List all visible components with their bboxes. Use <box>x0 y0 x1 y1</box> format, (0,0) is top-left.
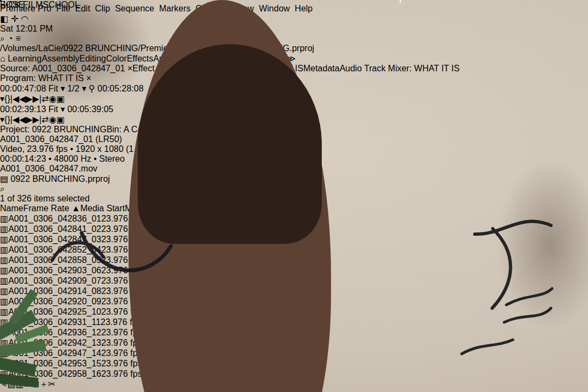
status-icon[interactable]: ◠ <box>21 14 29 24</box>
clip-icon: ▥ <box>0 245 8 254</box>
clip-name: A001_0306_042858_05 <box>8 255 101 265</box>
tab-program-monitor[interactable]: Program: WHAT IT IS × <box>0 74 91 83</box>
menu-markers[interactable]: Markers <box>159 4 191 14</box>
tab-source-a001-0306-042847-01[interactable]: Source: A001_0306_042847_01 × <box>0 64 132 74</box>
status-icon[interactable]: ✛ <box>11 14 18 24</box>
clip-name: A001_0306_042909_07 <box>8 276 101 285</box>
clip-icon: ▥ <box>0 255 8 265</box>
menu-help[interactable]: Help <box>295 4 313 14</box>
clip-name: A001_0306_042841_02 <box>8 224 101 234</box>
source-monitor-panel: 00:00:47:08 Fit ▾ 1/2 ▾ ⚲ 00:05:28:08 ▾{… <box>0 83 460 104</box>
transport-button[interactable]: ▶| <box>33 94 41 103</box>
transport-button[interactable]: ▶ <box>26 94 33 103</box>
transport-button[interactable]: ◉ <box>49 94 57 103</box>
program-duration: 00:05:39:05 <box>68 105 114 114</box>
clip-icon: ▥ <box>0 266 8 275</box>
menu-sequence[interactable]: Sequence <box>115 4 154 14</box>
workspace-tab-effects[interactable]: Effects <box>127 54 154 63</box>
status-icon[interactable]: ◔ <box>8 34 13 44</box>
menu-window[interactable]: Window <box>259 4 290 14</box>
transport-button[interactable]: ◀ <box>19 94 26 103</box>
transport-button[interactable]: ◀ <box>19 115 26 124</box>
transport-button[interactable]: ▶| <box>33 115 41 124</box>
menu-clip[interactable]: Clip <box>95 4 111 14</box>
clip-icon: ▥ <box>0 297 8 306</box>
transport-button[interactable]: ⇄ <box>41 94 48 103</box>
clip-name: A001_0306_042914_08 <box>8 286 101 296</box>
project-tab-project-0922-brunching[interactable]: Project: 0922 BRUNCHING <box>0 125 107 134</box>
source-scale-dropdown[interactable]: 1/2 ▾ <box>68 84 87 93</box>
clip-name: A001_0306_042847_03 <box>8 235 101 244</box>
imac-display: Premiere ProFileEditClipSequenceMarkersG… <box>0 0 460 392</box>
tab-metadata[interactable]: Metadata <box>303 64 340 74</box>
transport-button[interactable]: ⇄ <box>41 115 48 124</box>
status-icon[interactable]: ⌕ <box>0 34 5 44</box>
clip-name: A001_0306_042903_06 <box>8 266 101 275</box>
column-header-name[interactable]: Name <box>0 204 23 213</box>
workspace-tab-assembly[interactable]: Assembly <box>41 54 79 63</box>
mug-print-text: F•CK FILMSCHOOL <box>0 0 79 10</box>
source-timecode[interactable]: 00:00:47:08 <box>0 84 46 93</box>
clip-fps: 23.976 fps <box>101 369 142 378</box>
transport-button[interactable]: ▣ <box>57 94 65 103</box>
clip-icon: ▥ <box>0 307 8 316</box>
wall-shadow-right <box>479 131 588 359</box>
project-footer-icon[interactable]: ✂ <box>48 379 55 389</box>
clip-icon: ▥ <box>0 286 8 296</box>
wrench-icon[interactable]: ⚲ <box>89 84 95 93</box>
transport-button[interactable]: ▾ <box>0 94 4 103</box>
source-duration: 00:05:28:08 <box>97 84 144 93</box>
transport-button[interactable]: ▣ <box>57 115 65 124</box>
transport-button[interactable]: |◀ <box>10 115 19 124</box>
clip-name: A001_0306_042852_04 <box>8 245 101 254</box>
source-fit-dropdown[interactable]: Fit ▾ <box>48 84 65 93</box>
transport-button[interactable]: ▾ <box>0 115 4 124</box>
workspace-tab-learning[interactable]: Learning <box>8 54 41 63</box>
status-icon[interactable]: ◧ <box>0 14 8 24</box>
menu-bar-clock: Sat 12:01 PM <box>0 24 53 33</box>
column-header-media-start[interactable]: Media Start <box>80 204 125 213</box>
workspace-tab-color[interactable]: Color <box>106 54 127 63</box>
transport-button[interactable]: |◀ <box>10 94 19 103</box>
close-tab-icon[interactable]: × <box>86 74 91 83</box>
transport-button[interactable]: ▶ <box>26 115 33 124</box>
clip-name: A001_0306_042836_01 <box>8 214 101 223</box>
desk-photo-scene: BOSE Premiere ProFileEditClipSequenceMar… <box>0 0 588 392</box>
workspace-tab-editing[interactable]: Editing <box>79 54 106 63</box>
program-fit-dropdown[interactable]: Fit ▾ <box>48 105 65 114</box>
clip-fps: 23.976 fps <box>101 359 142 368</box>
column-header-frame-rate[interactable]: Frame Rate ▲ <box>23 204 81 213</box>
clip-icon: ▥ <box>0 276 8 285</box>
clip-icon: ▥ <box>0 235 8 244</box>
program-timecode[interactable]: 00:02:39:13 <box>0 105 46 114</box>
clip-icon: ▥ <box>0 214 8 223</box>
tab-audio-track-mixer-what-it-is[interactable]: Audio Track Mixer: WHAT IT IS <box>340 64 460 74</box>
transport-button[interactable]: ◉ <box>49 115 57 124</box>
home-icon[interactable]: ⌂ <box>0 54 5 63</box>
project-footer-icon[interactable]: ＋ <box>39 379 48 389</box>
clip-icon: ▥ <box>0 224 8 234</box>
status-icon[interactable]: ≡ <box>16 34 21 44</box>
